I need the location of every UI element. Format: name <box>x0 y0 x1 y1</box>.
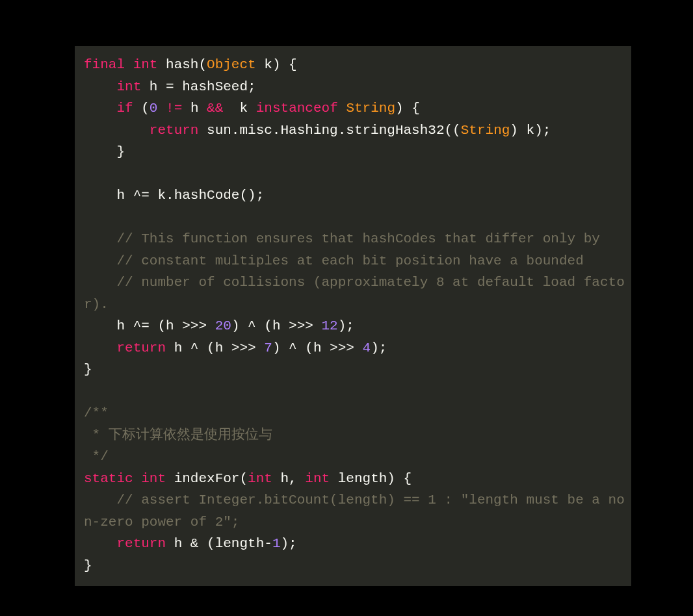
token-cmt: // This function ensures that hashCodes … <box>116 231 600 246</box>
token-pln: k) { <box>256 57 297 72</box>
token-pln <box>157 101 166 116</box>
token-kw: int <box>248 471 272 486</box>
token-pln: hash( <box>157 57 207 72</box>
token-typ: String <box>461 123 510 138</box>
token-kw: return <box>116 536 166 551</box>
token-pln: } <box>84 558 92 573</box>
token-cmt: // assert Integer.bitCount(length) == 1 … <box>84 493 625 530</box>
token-pln: indexFor( <box>166 471 248 486</box>
token-pln: h ^= k.hashCode(); <box>84 188 264 203</box>
token-pln <box>84 493 116 507</box>
token-kw: && <box>207 101 223 116</box>
token-pln <box>84 231 116 246</box>
token-kw: static <box>84 471 133 486</box>
token-kw: int <box>141 471 166 486</box>
token-kw: int <box>133 57 158 72</box>
token-pln: h ^= (h >>> <box>84 318 215 333</box>
token-pln <box>84 79 116 94</box>
token-kw: if <box>116 101 133 116</box>
token-cmt: * 下标计算依然是使用按位与 <box>84 428 272 443</box>
token-typ: String <box>346 101 395 116</box>
token-kw: final <box>84 57 125 72</box>
token-pln <box>133 471 142 486</box>
token-pln: h ^ (h >>> <box>166 340 264 355</box>
token-pln <box>84 101 116 116</box>
token-pln <box>125 57 133 72</box>
token-cmt: */ <box>84 449 109 464</box>
token-pln: } <box>84 144 125 159</box>
token-pln: ) ^ (h >>> <box>231 318 322 333</box>
token-pln: k <box>223 101 255 116</box>
token-num: 4 <box>363 340 371 355</box>
token-pln <box>84 123 150 138</box>
token-pln <box>84 275 116 290</box>
token-cmt: // constant multiples at each bit positi… <box>116 253 583 268</box>
token-kw: int <box>116 79 141 94</box>
token-pln <box>84 340 116 355</box>
token-num: 1 <box>272 536 281 551</box>
token-num: 7 <box>264 340 272 355</box>
token-kw: != <box>166 101 182 116</box>
token-pln: ( <box>133 101 150 116</box>
token-pln <box>84 253 116 268</box>
token-kw: instanceof <box>256 101 338 116</box>
token-pln: ) k); <box>510 123 551 138</box>
token-pln: ); <box>338 318 354 333</box>
token-pln: } <box>84 362 92 377</box>
token-pln: sun.misc.Hashing.stringHash32(( <box>198 123 460 138</box>
token-pln: ) { <box>395 101 420 116</box>
code-block: final int hash(Object k) { int h = hashS… <box>75 46 631 586</box>
token-pln: ) ^ (h >>> <box>272 340 363 355</box>
token-num: 0 <box>150 101 158 116</box>
token-kw: return <box>116 340 166 355</box>
token-num: 20 <box>215 318 231 333</box>
token-pln: length) { <box>330 471 412 486</box>
token-pln <box>84 536 116 551</box>
token-pln: h, <box>272 471 305 486</box>
token-kw: int <box>305 471 330 486</box>
token-cmt: /** <box>84 405 109 420</box>
token-pln: ); <box>371 340 387 355</box>
token-pln: h <box>182 101 207 116</box>
token-pln: ); <box>280 536 296 551</box>
token-pln <box>338 101 346 116</box>
token-kw: return <box>150 123 199 138</box>
token-pln: h = hashSeed; <box>141 79 255 94</box>
token-typ: Object <box>207 57 256 72</box>
token-num: 12 <box>322 318 338 333</box>
token-pln: h & (length- <box>166 536 272 551</box>
token-cmt: // number of collisions (approximately 8… <box>84 275 625 312</box>
